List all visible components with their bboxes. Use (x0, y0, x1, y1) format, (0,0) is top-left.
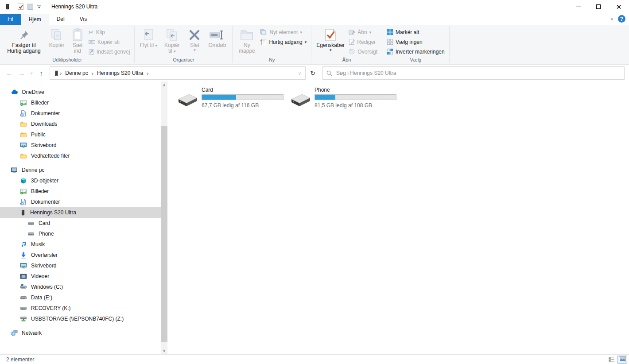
sidebar-item-label: Vedhæftede filer (31, 153, 70, 159)
chevron-down-icon: ▾ (155, 43, 157, 48)
new-small-buttons: Nyt element ▾ Hurtig adgang ▾ (258, 26, 308, 45)
tab-vis[interactable]: Vis (72, 14, 94, 25)
refresh-button[interactable]: ↻ (307, 67, 319, 79)
forward-button[interactable]: → (16, 67, 27, 79)
sidebar-item-label: Musik (31, 241, 45, 248)
pin-to-quick-access-button[interactable]: Fastgør til Hurtig adgang (3, 26, 45, 54)
tab-hjem[interactable]: Hjem (21, 14, 49, 25)
thumbnails-view-icon (619, 356, 626, 362)
tab-fil[interactable]: Fil (0, 14, 21, 25)
sidebar-item-data-e[interactable]: Data (E:) (0, 292, 161, 303)
sidebar-item-windows-c[interactable]: Windows (C:) (0, 282, 161, 292)
open-button[interactable]: Åbn ▾ (349, 29, 377, 35)
sidebar-item-skrivebord-onedrive[interactable]: Skrivebord (0, 140, 161, 151)
new-folder-icon (240, 27, 253, 43)
sidebar-item-usbstorage-z[interactable]: USBSTORAGE (\\EPSONB740FC) (Z:) (0, 314, 161, 324)
close-button[interactable]: ✕ (609, 0, 629, 13)
properties-button[interactable]: Egenskaber ▾ (314, 26, 347, 52)
history-button[interactable]: Oversigt (349, 48, 377, 55)
tab-del[interactable]: Del (49, 14, 72, 25)
back-button[interactable]: ← (4, 67, 15, 79)
sidebar-item-label: Dokumenter (31, 110, 60, 116)
sidebar-item-dokumenter[interactable]: Dokumenter (0, 197, 161, 207)
sidebar-item-hennings-s20-ultra[interactable]: Hennings S20 Ultra (0, 207, 161, 218)
refresh-icon: ↻ (310, 70, 315, 77)
delete-button[interactable]: Slet ▾ (184, 26, 205, 52)
select-small-buttons: Markér alt Vælg ingen Inverter markering… (385, 26, 447, 55)
sidebar-item-downloads[interactable]: Downloads (0, 119, 161, 129)
sidebar-section-gap (0, 324, 161, 328)
group-label-select: Vælg (382, 57, 449, 64)
details-view-button[interactable] (607, 356, 617, 364)
easy-access-button[interactable]: Hurtig adgang ▾ (260, 39, 307, 45)
sidebar-item-public[interactable]: Public (0, 129, 161, 140)
rename-icon (210, 27, 225, 43)
invert-selection-button[interactable]: Inverter markeringen (387, 48, 445, 55)
ribbon-group-new: Ny mappe Nyt element ▾ Hurtig adgang ▾ N… (233, 25, 311, 64)
sidebar-item-phone[interactable]: Phone (0, 228, 161, 239)
recent-locations-button[interactable]: ∨ (28, 67, 35, 79)
sidebar-item-vedhaeftede-filer[interactable]: Vedhæftede filer (0, 151, 161, 161)
sidebar-item-skrivebord[interactable]: Skrivebord (0, 260, 161, 271)
sidebar-item-netvaerk[interactable]: Netværk (0, 328, 161, 338)
minimize-button[interactable] (568, 0, 588, 13)
delete-x-icon (189, 27, 200, 43)
sidebar-item-denne-pc[interactable]: Denne pc (0, 165, 161, 175)
file-list-area[interactable]: Card 67,7 GB ledig af 116 GB Phone 81,5 … (167, 81, 629, 354)
drive-icon (27, 220, 35, 227)
sidebar-item-recovery-k[interactable]: RECOVERY (K:) (0, 303, 161, 314)
chevron-down-icon: ▾ (305, 40, 307, 44)
paste-shortcut-icon (89, 49, 94, 55)
search-input[interactable] (336, 70, 621, 76)
copy-to-button[interactable]: Kopiér til ▾ (159, 26, 184, 54)
properties-quick-icon[interactable] (17, 3, 24, 10)
move-to-button[interactable]: Flyt til ▾ (137, 26, 159, 48)
sidebar-scrollbar[interactable]: ∧ ∨ (161, 81, 167, 354)
drive-name: Phone (314, 87, 396, 93)
copy-path-button[interactable]: Kopiér sti (89, 39, 130, 45)
phone-device-icon (20, 209, 26, 216)
navigation-bar: ← → ∨ ↑ › Denne pc › Hennings S20 Ultra … (0, 65, 629, 81)
sidebar-item-3d-objekter[interactable]: 3D-objekter (0, 175, 161, 186)
paste-shortcut-button[interactable]: Indsæt genvej (89, 48, 130, 55)
maximize-button[interactable] (588, 0, 609, 13)
search-box[interactable] (322, 66, 625, 80)
sidebar-item-onedrive[interactable]: OneDrive (0, 87, 161, 97)
select-none-button[interactable]: Vælg ingen (387, 39, 445, 45)
paste-button[interactable]: Sæt ind (68, 26, 87, 54)
sidebar-item-card[interactable]: Card (0, 218, 161, 228)
copy-button[interactable]: Kopiér (45, 26, 68, 48)
new-item-button[interactable]: Nyt element ▾ (260, 29, 307, 35)
phone-device-icon (4, 3, 11, 10)
sidebar-item-billeder-onedrive[interactable]: Billeder (0, 97, 161, 108)
drive-tile-phone[interactable]: Phone 81,5 GB ledig af 108 GB (290, 87, 396, 108)
scroll-up-icon[interactable]: ∧ (161, 81, 167, 89)
sidebar-item-dokumenter-onedrive[interactable]: Dokumenter (0, 108, 161, 119)
sidebar-item-label: USBSTORAGE (\\EPSONB740FC) (Z:) (31, 316, 124, 322)
ribbon-tab-bar: Fil Hjem Del Vis ∧ ? (0, 13, 629, 25)
thumbnails-view-button[interactable] (617, 356, 627, 364)
drive-tile-card[interactable]: Card 67,7 GB ledig af 116 GB (177, 87, 283, 108)
address-dropdown-icon[interactable]: ∨ (296, 71, 303, 76)
breadcrumb-denne-pc[interactable]: Denne pc (62, 70, 91, 76)
rename-button[interactable]: Omdøb (205, 26, 229, 48)
new-folder-button[interactable]: Ny mappe (235, 26, 258, 54)
sidebar-item-overfoersler[interactable]: Overførsler (0, 250, 161, 260)
sidebar-item-musik[interactable]: Musik (0, 239, 161, 250)
address-bar[interactable]: › Denne pc › Hennings S20 Ultra › ∨ (50, 66, 306, 80)
sidebar-item-billeder[interactable]: Billeder (0, 186, 161, 197)
scrollbar-thumb[interactable] (161, 126, 167, 342)
up-button[interactable]: ↑ (35, 67, 47, 79)
select-all-button[interactable]: Markér alt (387, 29, 445, 35)
new-folder-quick-icon[interactable] (27, 3, 34, 10)
breadcrumb-device[interactable]: Hennings S20 Ultra (94, 70, 146, 76)
edit-button[interactable]: Rediger (349, 39, 377, 45)
help-icon[interactable]: ? (618, 15, 625, 23)
sidebar-item-videoer[interactable]: Videoer (0, 271, 161, 282)
cut-button[interactable]: ✂ Klip (89, 29, 130, 35)
customize-toolbar-dropdown-icon[interactable] (37, 4, 42, 9)
drive-tile-info: Card 67,7 GB ledig af 116 GB (202, 87, 283, 108)
copy-to-icon (166, 27, 178, 43)
scroll-down-icon[interactable]: ∨ (161, 347, 167, 354)
collapse-ribbon-icon[interactable]: ∧ (610, 16, 613, 21)
